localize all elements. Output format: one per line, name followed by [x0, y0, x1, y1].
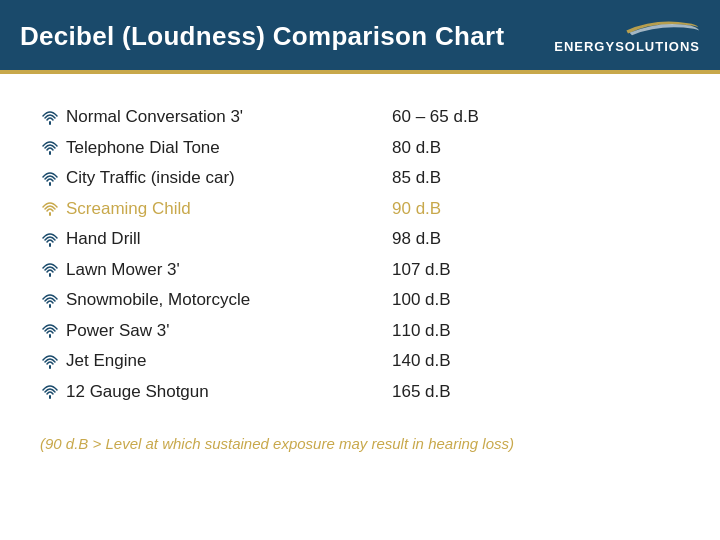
header: Decibel (Loudness) Comparison Chart Ener…	[0, 0, 720, 70]
item-value: 110 d.B	[392, 316, 680, 347]
table-row: Snowmobile, Motorcycle100 d.B	[40, 285, 680, 316]
signal-icon	[40, 199, 60, 219]
item-label: Snowmobile, Motorcycle	[40, 285, 392, 316]
footnote: (90 d.B > Level at which sustained expos…	[40, 435, 680, 452]
table-row: 12 Gauge Shotgun165 d.B	[40, 377, 680, 408]
item-value: 80 d.B	[392, 133, 680, 164]
signal-icon	[40, 230, 60, 250]
signal-icon	[40, 108, 60, 128]
signal-icon	[40, 321, 60, 341]
signal-icon	[40, 291, 60, 311]
signal-icon	[40, 169, 60, 189]
table-row: Lawn Mower 3'107 d.B	[40, 255, 680, 286]
table-row: Normal Conversation 3'60 – 65 d.B	[40, 102, 680, 133]
signal-icon	[40, 352, 60, 372]
item-value: 140 d.B	[392, 346, 680, 377]
logo-area: EnergySolutions	[554, 19, 700, 54]
logo-text: EnergySolutions	[554, 39, 700, 54]
item-value: 107 d.B	[392, 255, 680, 286]
page-title: Decibel (Loudness) Comparison Chart	[20, 21, 504, 52]
signal-icon	[40, 382, 60, 402]
item-label: Lawn Mower 3'	[40, 255, 392, 286]
item-value: 60 – 65 d.B	[392, 102, 680, 133]
item-value: 85 d.B	[392, 163, 680, 194]
item-label: Jet Engine	[40, 346, 392, 377]
signal-icon	[40, 138, 60, 158]
item-value: 165 d.B	[392, 377, 680, 408]
item-label: City Traffic (inside car)	[40, 163, 392, 194]
table-row: Screaming Child90 d.B	[40, 194, 680, 225]
table-row: City Traffic (inside car)85 d.B	[40, 163, 680, 194]
item-label: Power Saw 3'	[40, 316, 392, 347]
table-row: Hand Drill98 d.B	[40, 224, 680, 255]
item-value: 100 d.B	[392, 285, 680, 316]
comparison-table: Normal Conversation 3'60 – 65 d.B Teleph…	[40, 102, 680, 407]
content: Normal Conversation 3'60 – 65 d.B Teleph…	[0, 74, 720, 472]
table-row: Power Saw 3'110 d.B	[40, 316, 680, 347]
item-label: Normal Conversation 3'	[40, 102, 392, 133]
table-row: Telephone Dial Tone80 d.B	[40, 133, 680, 164]
item-value: 98 d.B	[392, 224, 680, 255]
item-label: Hand Drill	[40, 224, 392, 255]
signal-icon	[40, 260, 60, 280]
logo-swoosh-icon	[620, 19, 700, 37]
item-label: 12 Gauge Shotgun	[40, 377, 392, 408]
item-label: Telephone Dial Tone	[40, 133, 392, 164]
item-value: 90 d.B	[392, 194, 680, 225]
table-row: Jet Engine140 d.B	[40, 346, 680, 377]
item-label: Screaming Child	[40, 194, 392, 225]
